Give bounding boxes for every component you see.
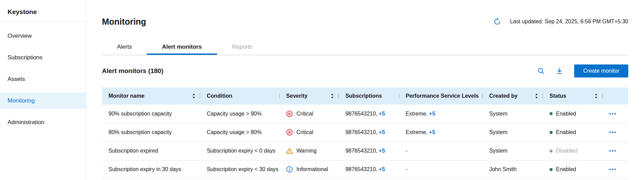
severity-label: Critical — [296, 129, 313, 135]
brand-title: Keystone — [0, 0, 86, 22]
column-label: Performance Service Levels — [406, 93, 479, 99]
status-cell: Disabled — [543, 142, 603, 160]
create-monitor-button[interactable]: Create monitor — [574, 64, 628, 77]
overflow-menu-button[interactable]: ••• — [609, 166, 617, 172]
column-severity: Severity — [280, 87, 339, 105]
column-label: Monitor name — [108, 93, 144, 99]
tab-alerts[interactable]: Alerts — [102, 40, 147, 55]
psl-more-link[interactable]: +5 — [429, 129, 435, 135]
warning-icon — [286, 147, 293, 154]
psl-more-link[interactable]: +5 — [429, 111, 435, 117]
column-label: Severity — [286, 93, 307, 99]
sidebar-item-overview[interactable]: Overview — [0, 28, 86, 44]
refresh-icon[interactable] — [493, 18, 501, 25]
overflow-menu-button[interactable]: ••• — [609, 129, 617, 135]
column-monitor-name: Monitor name — [102, 87, 200, 105]
column-label: Status — [550, 93, 566, 99]
monitor-name-cell: Subscription expired — [102, 142, 200, 160]
subscriptions-more-link[interactable]: +5 — [379, 129, 385, 135]
status-dot — [550, 149, 553, 153]
column-label: Subscriptions — [345, 93, 382, 99]
main-content: Monitoring Last updated: Sep 24, 2025, 6… — [86, 0, 644, 180]
sort-icon[interactable] — [192, 93, 195, 99]
sort-icon[interactable] — [535, 93, 538, 99]
sidebar-item-subscriptions[interactable]: Subscriptions — [0, 49, 86, 66]
severity-cell: Informational — [280, 160, 339, 179]
created-by-cell: John Smith — [483, 160, 543, 179]
tab-reports[interactable]: Reports — [217, 40, 268, 55]
subscriptions-cell: 9876543210,+5 — [339, 160, 399, 179]
status-cell: Enabled — [543, 105, 603, 123]
severity-cell: Warning — [280, 142, 339, 160]
monitor-name-cell: 90% subscription capacity — [102, 105, 200, 123]
table-row: 90% subscription capacity Capacity usage… — [102, 105, 628, 123]
severity-label: Critical — [296, 111, 313, 117]
condition-cell: Subscription expiry < 30 days — [200, 160, 280, 179]
column-created-by: Created by — [483, 87, 543, 105]
created-by-cell: System — [483, 105, 543, 123]
overflow-menu-button[interactable]: ••• — [609, 148, 617, 154]
sidebar-item-monitoring[interactable]: Monitoring — [0, 93, 86, 109]
condition-cell: Capacity usage > 90% — [200, 105, 280, 123]
psl-cell: Extreme,+5 — [399, 123, 483, 142]
info-icon — [286, 166, 293, 173]
actions-cell: ••• — [603, 160, 628, 179]
severity-label: Informational — [296, 166, 328, 172]
actions-cell: ••• — [603, 142, 628, 160]
table-row: 80% subscription capacity Capacity usage… — [102, 123, 628, 142]
table-row: Subscription expired Subscription expiry… — [102, 142, 628, 160]
column-label: Condition — [207, 93, 232, 99]
page-title: Monitoring — [102, 16, 146, 27]
psl-cell: - — [399, 142, 483, 160]
severity-cell: Critical — [280, 105, 339, 123]
last-updated-text: Last updated: Sep 24, 2025, 6:56 PM GMT+… — [510, 19, 628, 25]
sort-icon[interactable] — [331, 93, 334, 99]
status-dot — [550, 112, 553, 115]
condition-cell: Capacity usage > 80% — [200, 123, 280, 142]
subscriptions-cell: 9876543210,+5 — [339, 142, 399, 160]
status-label: Enabled — [556, 166, 576, 172]
psl-value: Extreme, — [406, 111, 428, 117]
last-updated-area: Last updated: Sep 24, 2025, 6:56 PM GMT+… — [493, 18, 628, 25]
status-cell: Enabled — [543, 160, 603, 179]
column-actions — [603, 87, 628, 105]
status-dot — [550, 131, 553, 134]
critical-icon — [286, 129, 293, 136]
subscription-id: 9876543210, — [345, 129, 377, 135]
column-condition: Condition — [200, 87, 280, 105]
created-by-cell: System — [483, 142, 543, 160]
section-title: Alert monitors (180) — [102, 67, 163, 75]
subscriptions-more-link[interactable]: +5 — [379, 166, 385, 172]
status-cell: Enabled — [543, 123, 603, 142]
subscriptions-more-link[interactable]: +5 — [379, 111, 385, 117]
status-label: Disabled — [556, 148, 577, 154]
condition-cell: Subscription expiry < 0 days — [200, 142, 280, 160]
subscriptions-more-link[interactable]: +5 — [379, 148, 385, 154]
created-by-cell: System — [483, 123, 543, 142]
column-label: Created by — [489, 93, 518, 99]
page-header: Monitoring Last updated: Sep 24, 2025, 6… — [102, 16, 628, 27]
sort-icon[interactable] — [594, 93, 598, 99]
actions-cell: ••• — [603, 105, 628, 123]
column-subscriptions: Subscriptions — [339, 87, 399, 105]
download-icon[interactable] — [556, 67, 563, 75]
status-label: Enabled — [556, 129, 576, 135]
psl-value: Extreme, — [406, 129, 428, 135]
subscription-id: 9876543210, — [345, 111, 377, 117]
sidebar-item-assets[interactable]: Assets — [0, 71, 86, 87]
monitor-name-cell: Subscription expiry in 30 days — [102, 160, 200, 179]
column-status: Status — [543, 87, 603, 105]
subscriptions-cell: 9876543210,+5 — [339, 105, 399, 123]
tab-alert-monitors[interactable]: Alert monitors — [147, 40, 217, 55]
section-bar: Alert monitors (180) Create monitor — [102, 64, 628, 78]
overflow-menu-button[interactable]: ••• — [609, 111, 617, 117]
search-icon[interactable] — [537, 67, 545, 75]
sidebar-item-administration[interactable]: Administration — [0, 114, 86, 131]
status-label: Enabled — [556, 111, 576, 117]
table-header-row: Monitor name Condition Severity — [102, 87, 628, 105]
section-actions: Create monitor — [537, 64, 628, 77]
status-dot — [550, 168, 553, 171]
sidebar-nav: Overview Subscriptions Assets Monitoring… — [0, 28, 86, 131]
severity-label: Warning — [296, 148, 317, 154]
critical-icon — [286, 110, 293, 117]
